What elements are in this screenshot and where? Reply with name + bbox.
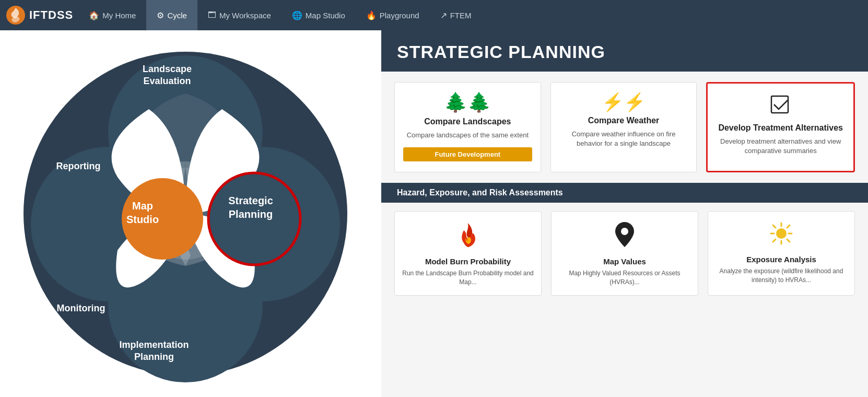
- globe-icon: 🌐: [292, 10, 302, 20]
- exposure-analysis-desc: Analyze the exposure (wildfire likelihoo…: [715, 267, 847, 285]
- nav-playground[interactable]: 🔥 Playground: [356, 0, 430, 30]
- compare-weather-card[interactable]: ⚡⚡ Compare Weather Compare weather influ…: [550, 82, 697, 172]
- svg-point-11: [621, 228, 628, 235]
- compare-landscapes-desc: Compare landscapes of the same extent: [407, 131, 529, 140]
- cycle-diagram-panel: LandscapeEvaluation Reporting Monitoring…: [0, 30, 381, 397]
- map-values-title: Map Values: [603, 257, 646, 266]
- logo-text: IFTDSS: [29, 8, 73, 22]
- logo-icon: [5, 5, 26, 26]
- compare-landscapes-title: Compare Landscapes: [424, 117, 511, 126]
- future-development-badge: Future Development: [403, 147, 532, 161]
- navbar: IFTDSS 🏠 My Home ⚙ Cycle 🗔 My Workspace …: [0, 0, 868, 30]
- nav-my-workspace[interactable]: 🗔 My Workspace: [197, 0, 281, 30]
- svg-point-12: [776, 228, 787, 239]
- sun-icon: [769, 221, 794, 251]
- nav-ftem[interactable]: ↗ FTEM: [430, 0, 482, 30]
- checkbox-icon: [769, 94, 792, 118]
- nav-cycle[interactable]: ⚙ Cycle: [146, 0, 197, 30]
- compare-weather-desc: Compare weather influence on fire behavi…: [559, 130, 688, 161]
- svg-line-19: [787, 225, 790, 228]
- develop-treatment-title: Develop Treatment Alternatives: [718, 123, 843, 133]
- strategic-planning-header: STRATEGIC PLANNING: [381, 30, 868, 72]
- compare-weather-title: Compare Weather: [588, 116, 660, 125]
- lightning-icon: ⚡⚡: [602, 93, 646, 111]
- nav-map-studio[interactable]: 🌐 Map Studio: [281, 0, 356, 30]
- map-values-desc: Map Highly Valued Resources or Assets (H…: [559, 269, 690, 287]
- map-values-card[interactable]: Map Values Map Highly Valued Resources o…: [551, 211, 698, 296]
- right-panel: STRATEGIC PLANNING 🌲🌲 Compare Landscapes…: [381, 30, 868, 397]
- svg-point-7: [122, 178, 203, 260]
- page-title: STRATEGIC PLANNING: [397, 42, 852, 62]
- bottom-cards-section: Model Burn Probability Run the Landscape…: [381, 203, 868, 301]
- flame-icon: 🔥: [366, 10, 377, 20]
- model-burn-title: Model Burn Probability: [425, 257, 511, 266]
- location-pin-icon: [614, 221, 635, 253]
- svg-line-18: [787, 239, 790, 242]
- svg-rect-10: [771, 96, 788, 113]
- cycle-icon: ⚙: [157, 10, 164, 20]
- workspace-icon: 🗔: [208, 10, 216, 20]
- model-burn-card[interactable]: Model Burn Probability Run the Landscape…: [394, 211, 542, 296]
- trees-icon: 🌲🌲: [444, 93, 491, 112]
- main-layout: LandscapeEvaluation Reporting Monitoring…: [0, 30, 868, 397]
- develop-treatment-card[interactable]: Develop Treatment Alternatives Develop t…: [706, 82, 855, 172]
- develop-treatment-desc: Develop treatment alternatives and view …: [716, 137, 845, 160]
- exposure-analysis-card[interactable]: Exposure Analysis Analyze the exposure (…: [708, 211, 855, 296]
- home-icon: 🏠: [89, 10, 99, 20]
- ftem-icon: ↗: [440, 10, 447, 20]
- exposure-analysis-title: Exposure Analysis: [746, 255, 816, 264]
- nav-my-home[interactable]: 🏠 My Home: [78, 0, 146, 30]
- app-logo: IFTDSS: [5, 5, 73, 26]
- hazard-section-header: Hazard, Exposure, and Risk Assessments: [381, 183, 868, 203]
- compare-landscapes-card[interactable]: 🌲🌲 Compare Landscapes Compare landscapes…: [394, 82, 541, 172]
- fire-icon: [456, 221, 479, 253]
- top-cards-section: 🌲🌲 Compare Landscapes Compare landscapes…: [381, 72, 868, 178]
- svg-line-17: [773, 225, 776, 228]
- cycle-svg: [13, 41, 368, 386]
- svg-line-20: [773, 239, 776, 242]
- cycle-container: LandscapeEvaluation Reporting Monitoring…: [13, 41, 368, 386]
- model-burn-desc: Run the Landscape Burn Probability model…: [402, 269, 534, 287]
